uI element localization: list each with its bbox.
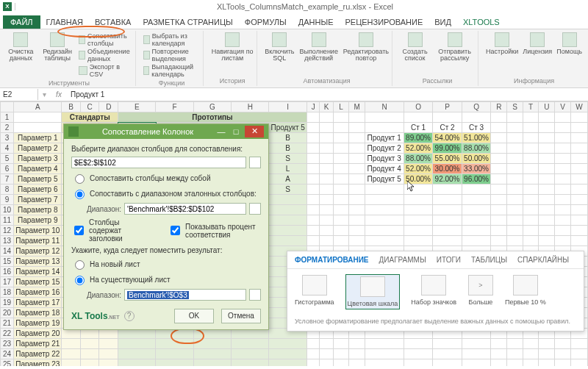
chk-headers[interactable]: Столбцы содержат заголовки xyxy=(71,218,153,243)
param-label: Параметр 18 xyxy=(14,308,62,318)
tab-review[interactable]: РЕЦЕНЗИРОВАНИЕ xyxy=(339,15,429,29)
param-label: Параметр 23 xyxy=(14,359,62,367)
col-header[interactable]: N xyxy=(365,102,404,112)
btn-dropdown-cal[interactable]: Выпадающий календарь xyxy=(143,63,200,78)
col-header[interactable]: O xyxy=(404,102,433,112)
chk-percent[interactable]: Показывать процент соответствия xyxy=(168,218,261,243)
col-header[interactable]: A xyxy=(14,102,62,112)
col-header[interactable]: V xyxy=(555,102,571,112)
col-header[interactable]: C xyxy=(80,102,99,112)
col-header[interactable]: L xyxy=(333,102,348,112)
col-header[interactable]: P xyxy=(433,102,462,112)
radio-between[interactable]: Сопоставить столбцы между собой xyxy=(71,172,261,184)
dialog-ok-button[interactable]: OK xyxy=(174,309,214,323)
tab-layout[interactable]: РАЗМЕТКА СТРАНИЦЫ xyxy=(137,15,238,29)
btn-sheet-nav[interactable]: Навигация по листам xyxy=(211,32,254,62)
btn-redesign-table[interactable]: Редизайн таблицы xyxy=(40,32,75,62)
param-label: Параметр 11 xyxy=(14,236,62,246)
col-header[interactable]: D xyxy=(99,102,118,112)
radio-existing-sheet[interactable]: На существующий лист xyxy=(71,273,261,285)
tab-formulas[interactable]: ФОРМУЛЫ xyxy=(239,15,293,29)
qa-tab-sparklines[interactable]: СПАРКЛАЙНЫ xyxy=(517,256,569,264)
formula-bar[interactable]: Продукт 1 xyxy=(68,89,588,100)
btn-send-mail[interactable]: Отправить рассылку xyxy=(434,32,475,62)
qa-item-top10[interactable]: Первые 10 % xyxy=(505,275,546,309)
dialog-cancel-button[interactable]: Отмена xyxy=(221,309,261,323)
param-label: Параметр 4 xyxy=(14,164,62,174)
btn-clean-data[interactable]: Очистка данных xyxy=(6,32,36,62)
name-box-dropdown-icon[interactable]: ▾ xyxy=(38,90,50,98)
input-result-range[interactable]: Benchmark'!$O$3 xyxy=(127,291,189,299)
col-header[interactable]: U xyxy=(539,102,555,112)
row-header[interactable]: 1 xyxy=(1,112,14,123)
merge-icon xyxy=(79,51,85,60)
dialog-minimize-button[interactable]: — xyxy=(214,127,229,136)
btn-enable-sql[interactable]: Включить SQL xyxy=(265,32,294,62)
radio-with-reference[interactable]: Сопоставить с диапазоном эталонных столб… xyxy=(71,187,261,199)
col-header[interactable]: Q xyxy=(462,102,491,112)
qa-item-colorscale[interactable]: Цветовая шкала xyxy=(346,275,400,309)
ref-picker-icon-2[interactable] xyxy=(249,203,261,215)
header-standards: Стандарты xyxy=(62,112,118,123)
col-header[interactable]: F xyxy=(156,102,193,112)
col-header[interactable]: T xyxy=(523,102,538,112)
col-header[interactable]: G xyxy=(193,102,231,112)
btn-help[interactable]: Помощь xyxy=(556,32,582,55)
col-header[interactable]: S xyxy=(507,102,523,112)
btn-run-actions[interactable]: Выполнение действий xyxy=(299,32,339,62)
btn-repeat-selection[interactable]: Повторение выделения xyxy=(143,48,200,62)
titlebar: X XLTools_ColumnsMatch_example_ru.xlsx -… xyxy=(0,0,588,13)
col-header[interactable]: H xyxy=(232,102,269,112)
param-label: Параметр 13 xyxy=(14,257,62,267)
dialog-close-button[interactable]: ✕ xyxy=(245,126,264,137)
ref-picker-icon[interactable] xyxy=(249,157,261,168)
btn-create-list[interactable]: Создать список xyxy=(400,32,430,62)
btn-calendar[interactable]: Выбрать из календаря xyxy=(143,32,200,47)
repeat-icon xyxy=(143,51,150,60)
col-header[interactable]: I xyxy=(269,102,306,112)
col-header[interactable]: J xyxy=(306,102,320,112)
input-source-range[interactable] xyxy=(71,157,246,168)
input-ref-range[interactable] xyxy=(124,203,246,215)
btn-settings[interactable]: Настройки xyxy=(486,32,518,55)
btn-merge-data[interactable]: Объединение данных xyxy=(79,48,132,62)
formula-bar-row: E2 ▾ fx Продукт 1 xyxy=(0,88,588,101)
tab-view[interactable]: ВИД xyxy=(429,15,457,29)
col-header[interactable]: K xyxy=(320,102,333,112)
qa-tab-charts[interactable]: ДИАГРАММЫ xyxy=(379,256,426,264)
btn-match-columns[interactable]: Сопоставить столбцы xyxy=(79,32,132,47)
btn-edit-repeat[interactable]: Редактировать повтор xyxy=(343,32,389,62)
dialog-titlebar[interactable]: Сопоставление Колонок — □ ✕ xyxy=(64,124,268,139)
qa-tab-totals[interactable]: ИТОГИ xyxy=(437,256,461,264)
tab-xltools[interactable]: XLTools xyxy=(457,15,506,29)
qa-item-iconset[interactable]: Набор значков xyxy=(411,275,456,309)
btn-export-csv[interactable]: Экспорт в CSV xyxy=(79,63,132,78)
match-columns-icon xyxy=(79,35,85,44)
col-header[interactable]: R xyxy=(491,102,507,112)
dialog-help-icon[interactable]: ? xyxy=(124,311,135,321)
qa-tab-formatting[interactable]: ФОРМАТИРОВАНИЕ xyxy=(295,256,369,264)
col-header[interactable]: E xyxy=(118,102,156,112)
qa-tab-tables[interactable]: ТАБЛИЦЫ xyxy=(471,256,507,264)
qa-item-databar[interactable]: Гистограмма xyxy=(295,275,334,309)
btn-license[interactable]: Лицензия xyxy=(523,32,552,55)
col-header[interactable]: B xyxy=(62,102,81,112)
xltools-logo: XL Tools.NET xyxy=(71,311,120,321)
ref-picker-icon-3[interactable] xyxy=(249,289,261,301)
col-header[interactable]: W xyxy=(570,102,587,112)
fx-icon[interactable]: fx xyxy=(50,90,68,98)
col-header[interactable]: M xyxy=(349,102,365,112)
dialog-maximize-button[interactable]: □ xyxy=(229,127,243,136)
csv-icon xyxy=(79,66,87,75)
tab-data[interactable]: ДАННЫЕ xyxy=(293,15,340,29)
qa-item-more[interactable]: >Больше xyxy=(468,275,493,309)
radio-new-sheet[interactable]: На новый лист xyxy=(71,258,261,270)
ribbon-group-functions: Выбрать из календаря Повторение выделени… xyxy=(140,31,204,86)
param-label: Параметр 5 xyxy=(14,174,62,184)
name-box[interactable]: E2 xyxy=(0,89,38,100)
ribbon-group-mail: Создать список Отправить рассылку Рассыл… xyxy=(397,31,478,86)
tab-home[interactable]: ГЛАВНАЯ xyxy=(40,15,89,29)
tab-insert[interactable]: ВСТАВКА xyxy=(89,15,137,29)
tab-file[interactable]: ФАЙЛ xyxy=(3,15,40,29)
quick-analysis-tabs: ФОРМАТИРОВАНИЕ ДИАГРАММЫ ИТОГИ ТАБЛИЦЫ С… xyxy=(287,251,584,269)
